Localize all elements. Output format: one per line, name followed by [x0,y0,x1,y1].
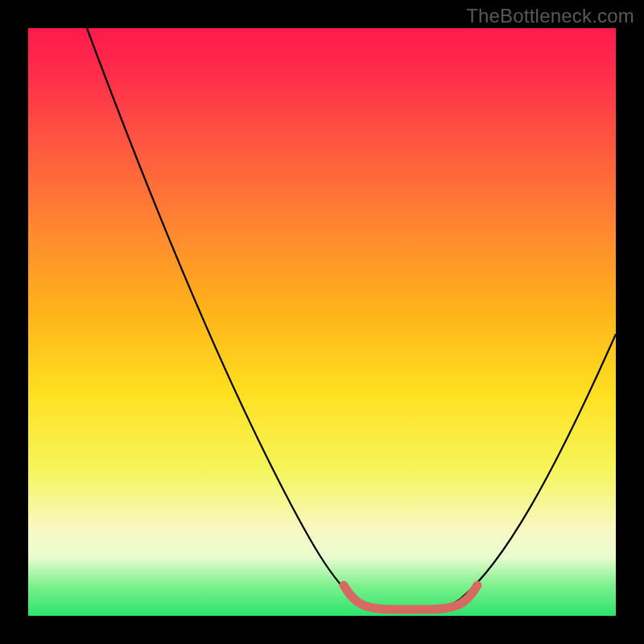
curve-path [87,28,616,609]
watermark-text: TheBottleneck.com [466,5,634,27]
highlight-band-path [344,585,477,609]
gradient-plot-area [28,28,616,616]
chart-frame: TheBottleneck.com [0,0,644,644]
bottleneck-curve [28,28,616,616]
